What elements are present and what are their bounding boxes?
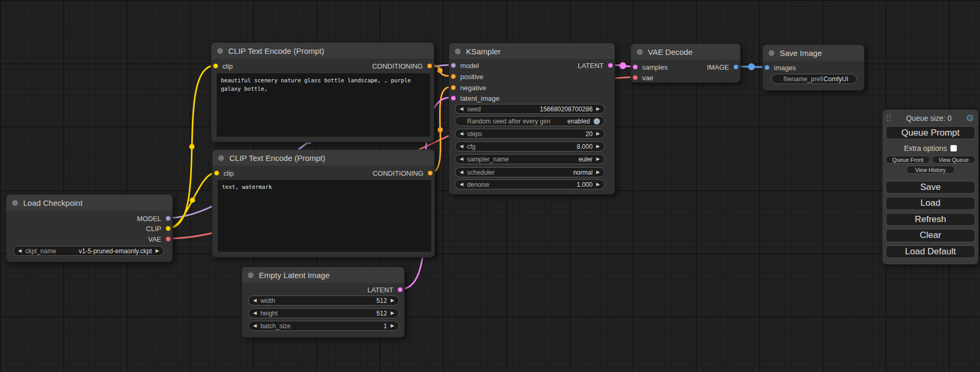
input-positive[interactable]: positive [451,73,483,80]
conditioning-output-dot[interactable] [428,170,433,176]
output-clip[interactable]: CLIP [146,225,171,232]
output-latent[interactable]: LATENT [578,62,613,69]
load-default-button[interactable]: Load Default [886,245,975,258]
input-negative[interactable]: negative [451,84,486,91]
view-queue-button[interactable]: View Queue [932,156,975,164]
decrement-arrow-icon[interactable]: ◀ [460,131,463,136]
ckpt-name-widget[interactable]: ◀ ckpt_name v1-5-pruned-emaonly.ckpt ▶ [13,246,164,256]
output-latent[interactable]: LATENT [367,286,403,293]
collapse-dot-icon[interactable] [217,48,223,54]
node-header[interactable]: Save Image [763,45,864,61]
input-vae[interactable]: vae [633,74,653,81]
collapse-dot-icon[interactable] [218,155,224,161]
increment-arrow-icon[interactable]: ▶ [596,144,600,149]
collapse-dot-icon[interactable] [12,200,18,206]
collapse-dot-icon[interactable] [637,49,643,55]
settings-gear-icon[interactable]: ⚙ [966,113,974,123]
decrement-arrow-icon[interactable]: ◀ [460,170,463,175]
load-button[interactable]: Load [886,197,975,209]
latent-input-dot[interactable] [633,64,638,70]
input-images[interactable]: images [764,64,796,71]
vae-output-dot[interactable] [166,236,171,242]
node-header[interactable]: VAE Decode [631,44,740,60]
node-clip-text-encode-positive[interactable]: CLIP Text Encode (Prompt) clip CONDITION… [211,42,434,142]
decrement-arrow-icon[interactable]: ◀ [253,311,257,316]
view-history-button[interactable]: View History [906,166,955,173]
decrement-arrow-icon[interactable]: ◀ [18,249,22,253]
input-clip[interactable]: clip [213,62,233,70]
node-ksampler[interactable]: KSampler model positive negative latent_… [449,43,615,195]
output-conditioning[interactable]: CONDITIONING [372,62,432,70]
input-model[interactable]: model [451,62,479,69]
sampler-name-widget[interactable]: ◀ sampler_name euler ▶ [455,154,605,164]
queue-panel[interactable]: Queue size: 0 ⚙ Queue Prompt Extra optio… [882,110,978,264]
decrement-arrow-icon[interactable]: ◀ [460,107,463,111]
node-save-image[interactable]: Save Image images filename_prefix ComfyU… [762,44,865,91]
node-header[interactable]: CLIP Text Encode (Prompt) [212,150,434,166]
conditioning-output-dot[interactable] [427,63,432,69]
node-empty-latent-image[interactable]: Empty Latent Image LATENT ◀ width 512 ▶ … [241,266,405,338]
clip-output-dot[interactable] [166,226,171,231]
queue-front-button[interactable]: Queue Front [886,156,930,164]
image-output-dot[interactable] [733,64,739,70]
vae-input-dot[interactable] [633,75,638,80]
increment-arrow-icon[interactable]: ▶ [596,107,600,111]
node-header[interactable]: Empty Latent Image [242,267,404,283]
input-latent-image[interactable]: latent_image [451,94,499,102]
seed-widget[interactable]: ◀ seed 156680208700286 ▶ [455,104,605,114]
decrement-arrow-icon[interactable]: ◀ [460,144,463,149]
increment-arrow-icon[interactable]: ▶ [596,131,600,136]
width-widget[interactable]: ◀ width 512 ▶ [248,295,399,306]
collapse-dot-icon[interactable] [455,49,461,54]
increment-arrow-icon[interactable]: ▶ [596,170,600,175]
collapse-dot-icon[interactable] [769,50,774,56]
increment-arrow-icon[interactable]: ▶ [391,311,394,316]
save-button[interactable]: Save [886,181,975,194]
decrement-arrow-icon[interactable]: ◀ [253,323,257,328]
increment-arrow-icon[interactable]: ▶ [391,323,394,328]
clip-input-dot[interactable] [214,170,219,176]
positive-prompt-textarea[interactable]: beautiful scenery nature glass bottle la… [217,73,430,137]
filename-prefix-widget[interactable]: filename_prefix ComfyUI [771,74,857,84]
model-output-dot[interactable] [166,216,171,221]
extra-options-checkbox[interactable] [950,145,957,151]
input-samples[interactable]: samples [633,63,667,71]
toggle-knob-icon[interactable] [594,118,600,125]
decrement-arrow-icon[interactable]: ◀ [460,182,463,187]
increment-arrow-icon[interactable]: ▶ [596,182,600,187]
input-clip[interactable]: clip [214,169,234,177]
output-model[interactable]: MODEL [137,215,171,222]
conditioning-input-dot[interactable] [451,74,456,79]
batch-size-widget[interactable]: ◀ batch_size 1 ▶ [248,321,399,331]
model-input-dot[interactable] [451,63,456,68]
node-header[interactable]: CLIP Text Encode (Prompt) [211,43,434,59]
output-conditioning[interactable]: CONDITIONING [373,169,433,177]
random-seed-toggle-widget[interactable]: Random seed after every gen enabled [455,116,605,126]
conditioning-input-dot[interactable] [451,85,456,90]
queue-prompt-button[interactable]: Queue Prompt [886,126,975,139]
latent-input-dot[interactable] [451,96,456,101]
scheduler-widget[interactable]: ◀ scheduler normal ▶ [455,167,605,177]
output-image[interactable]: IMAGE [707,63,739,71]
collapse-dot-icon[interactable] [248,272,254,278]
steps-widget[interactable]: ◀ steps 20 ▶ [455,129,605,139]
node-header[interactable]: Load Checkpoint [6,195,172,211]
cfg-widget[interactable]: ◀ cfg 8.000 ▶ [455,141,605,151]
decrement-arrow-icon[interactable]: ◀ [460,157,463,161]
node-vae-decode[interactable]: VAE Decode samples vae IMAGE [630,43,741,83]
node-header[interactable]: KSampler [449,43,615,59]
node-clip-text-encode-negative[interactable]: CLIP Text Encode (Prompt) clip CONDITION… [212,149,435,257]
increment-arrow-icon[interactable]: ▶ [391,298,394,303]
clip-input-dot[interactable] [213,63,218,69]
negative-prompt-textarea[interactable]: text, watermark [218,180,431,252]
clear-button[interactable]: Clear [886,229,975,242]
node-load-checkpoint[interactable]: Load Checkpoint MODEL CLIP VAE ◀ ckpt_na… [6,194,173,262]
decrement-arrow-icon[interactable]: ◀ [253,298,257,303]
increment-arrow-icon[interactable]: ▶ [156,249,159,253]
height-widget[interactable]: ◀ height 512 ▶ [248,308,399,318]
output-vae[interactable]: VAE [148,235,171,243]
refresh-button[interactable]: Refresh [886,213,975,226]
graph-canvas[interactable]: Load Checkpoint MODEL CLIP VAE ◀ ckpt_na… [0,0,980,372]
latent-output-dot[interactable] [397,287,403,292]
image-input-dot[interactable] [764,65,770,70]
